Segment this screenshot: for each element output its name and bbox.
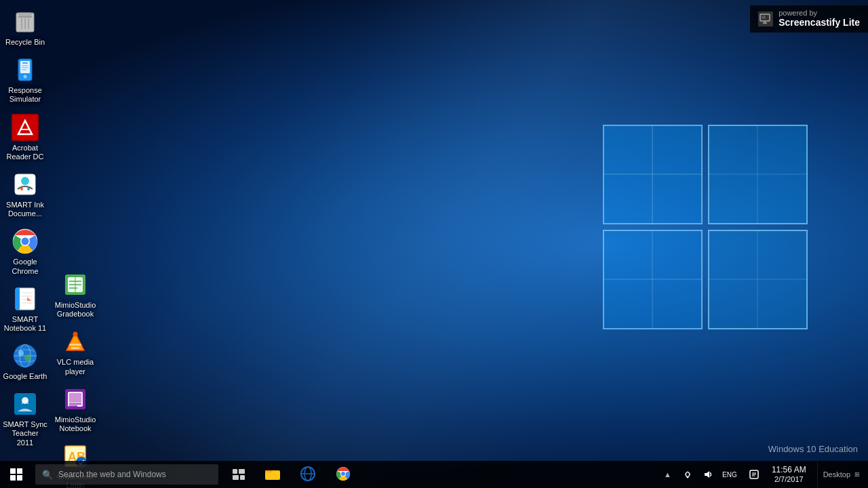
google-chrome-icon[interactable]: Google Chrome [0,224,50,279]
response-simulator-icon[interactable]: Response Simulator [0,52,50,108]
google-earth-icon[interactable]: Google Earth [0,338,50,385]
svg-point-36 [21,177,29,185]
svg-marker-105 [705,471,709,478]
taskbar: 🔍 [0,461,868,488]
desktop-icons-area: Recycle Bin Response Simulator [0,0,50,461]
svg-rect-29 [22,62,28,64]
desktop-icons-col2: MimioStudio Gradebook VLC media player [50,0,100,488]
vlc-icon[interactable]: VLC media player [50,324,100,380]
desktop: powered by Screencastify Lite Recycle Bi… [0,0,868,488]
svg-rect-91 [17,475,22,481]
smart-notebook-icon[interactable]: SMART Notebook 11 [0,281,50,337]
smart-ink-image [12,171,39,198]
search-bar[interactable]: 🔍 [35,464,218,485]
svg-point-53 [18,350,24,356]
screencastify-badge: powered by Screencastify Lite [750,5,868,33]
acrobat-image [12,114,39,141]
svg-rect-30 [22,65,28,66]
vlc-label: VLC media player [53,358,98,375]
svg-rect-66 [71,347,79,349]
svg-rect-65 [69,344,81,346]
smart-sync-label: SMART Sync Teacher 2011 [3,420,47,447]
svg-point-28 [24,75,27,79]
smart-sync-icon[interactable]: SMART Sync Teacher 2011 [0,386,50,451]
recycle-bin-image [12,8,39,35]
google-chrome-label: Google Chrome [3,258,47,275]
svg-rect-94 [233,475,239,480]
powered-by-label: powered by [778,9,860,17]
screencastify-name: Screencastify Lite [778,17,860,28]
svg-point-104 [686,476,688,479]
tray-chevron-button[interactable]: ▲ [661,461,674,488]
svg-rect-43 [13,235,37,236]
search-input[interactable] [58,470,208,479]
task-view-button[interactable] [224,461,254,488]
windows-logo [597,119,814,338]
recycle-bin-label: Recycle Bin [5,38,45,47]
taskbar-chrome[interactable] [326,461,361,488]
mimio-gradebook-image [62,271,89,298]
svg-point-42 [22,238,29,245]
clock-time: 11:56 AM [772,465,806,474]
svg-rect-92 [233,469,237,474]
tray-icons: ENG [675,461,743,488]
taskbar-file-explorer[interactable] [255,461,290,488]
keyboard-icon[interactable]: ENG [719,461,741,488]
mimio-notebook-label: MimioStudio Notebook [53,415,98,433]
svg-marker-33 [18,121,32,134]
svg-rect-89 [17,468,22,474]
notifications-icon[interactable] [745,461,764,488]
clock-date: 2/7/2017 [774,475,804,484]
smart-ink-icon[interactable]: SMART Ink Docume... [0,167,50,222]
svg-rect-32 [22,69,26,70]
svg-rect-93 [239,469,245,474]
smart-sync-image [12,390,39,418]
svg-rect-31 [22,67,28,68]
mimio-notebook-image [62,386,89,413]
windows-edition: Windows 10 Education [768,444,858,454]
mimio-notebook-icon[interactable]: MimioStudio Notebook [50,382,100,437]
show-desktop-button[interactable]: Desktop ⊞ [817,461,865,488]
system-tray: ▲ ENG [661,461,868,488]
search-icon: 🔍 [42,470,53,480]
svg-rect-90 [10,475,16,481]
taskbar-ie[interactable] [290,461,326,488]
response-simulator-image [12,56,39,83]
recycle-bin-icon[interactable]: Recycle Bin [0,4,50,51]
system-clock[interactable]: 11:56 AM 2/7/2017 [765,461,813,488]
svg-rect-21 [19,13,31,16]
svg-rect-70 [69,393,81,403]
response-simulator-label: Response Simulator [3,86,47,104]
network-icon[interactable] [678,461,697,488]
show-desktop-label: Desktop [823,470,850,479]
smart-notebook-image [12,285,39,312]
google-earth-label: Google Earth [3,372,47,381]
svg-rect-88 [10,468,16,474]
taskbar-buttons [224,461,254,488]
earth-image [12,342,39,369]
start-button[interactable] [0,461,33,488]
taskbar-apps [255,461,361,488]
svg-rect-45 [16,288,20,310]
svg-rect-95 [240,475,245,480]
svg-point-103 [341,472,345,476]
smart-notebook-label: SMART Notebook 11 [3,315,47,333]
svg-point-37 [20,188,23,190]
svg-point-38 [27,188,30,190]
acrobat-label: Acrobat Reader DC [3,144,47,161]
vlc-image [62,328,89,355]
svg-point-54 [24,354,31,361]
acrobat-reader-icon[interactable]: Acrobat Reader DC [0,110,50,165]
smart-ink-label: SMART Ink Docume... [3,201,47,218]
mimio-gradebook-label: MimioStudio Gradebook [53,301,98,319]
volume-icon[interactable] [698,461,717,488]
mimio-gradebook-icon[interactable]: MimioStudio Gradebook [50,267,100,323]
svg-rect-19 [762,16,766,19]
svg-point-67 [73,332,78,337]
chrome-image [12,228,39,255]
